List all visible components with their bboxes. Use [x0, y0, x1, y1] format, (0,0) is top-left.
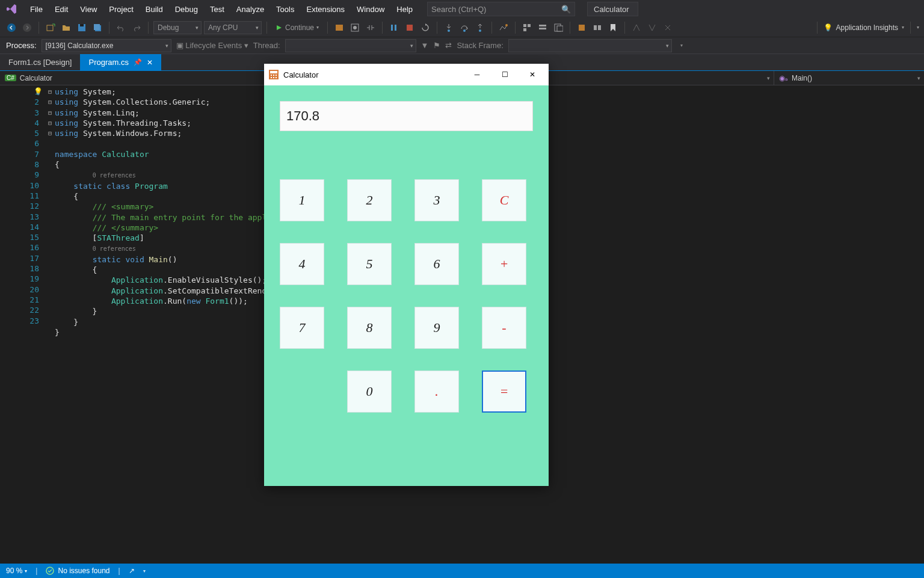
calc-key-equals[interactable]: = — [482, 370, 526, 413]
step-over-button[interactable] — [458, 21, 471, 34]
menu-build[interactable]: Build — [140, 2, 169, 16]
nav-back-button[interactable] — [5, 21, 18, 34]
issues-status[interactable]: No issues found — [58, 567, 109, 575]
step-out-button[interactable] — [473, 21, 487, 34]
restart-button[interactable] — [419, 21, 432, 34]
csharp-badge-icon: C# — [5, 75, 16, 81]
thread-label: Thread: — [253, 41, 280, 50]
flag-icon[interactable]: ⚑ — [433, 41, 440, 50]
stack-icon[interactable]: ⇄ — [445, 41, 452, 50]
calc-key-plus[interactable]: + — [482, 243, 526, 285]
svg-point-13 — [448, 29, 450, 32]
nav-member-combo[interactable]: ◉ₐ Main() — [774, 71, 924, 85]
calc-key-3[interactable]: 3 — [414, 179, 459, 221]
close-tab-icon[interactable]: ✕ — [147, 58, 153, 67]
diag-btn-5[interactable] — [575, 21, 588, 34]
svg-rect-19 — [523, 28, 526, 31]
menu-project[interactable]: Project — [103, 2, 139, 16]
diag-btn-2[interactable] — [520, 21, 534, 34]
svg-point-9 — [353, 26, 357, 29]
diag-btn-9[interactable] — [661, 21, 674, 34]
menu-window[interactable]: Window — [351, 2, 390, 16]
config-combo[interactable]: Debug — [153, 21, 202, 34]
diag-btn-6[interactable] — [591, 21, 604, 34]
svg-point-0 — [7, 23, 16, 32]
process-combo[interactable]: [9136] Calculator.exe — [42, 39, 171, 52]
svg-rect-25 — [594, 25, 597, 30]
app-insights-button[interactable]: Application Insights — [836, 23, 898, 32]
calc-key-1[interactable]: 1 — [280, 179, 324, 221]
diag-btn-8[interactable] — [645, 21, 659, 34]
new-project-button[interactable] — [44, 21, 57, 34]
process-label: Process: — [6, 41, 37, 50]
tab-form1-design[interactable]: Form1.cs [Design] — [0, 54, 80, 70]
pause-button[interactable] — [387, 21, 401, 34]
redo-button[interactable] — [130, 21, 143, 34]
calculator-title: Calculator — [283, 70, 319, 79]
maximize-button[interactable]: ☐ — [491, 66, 519, 84]
undo-button[interactable] — [114, 21, 128, 34]
lifecycle-button[interactable]: ▣ Lifecycle Events ▾ — [176, 41, 248, 50]
platform-combo[interactable]: Any CPU — [204, 21, 262, 34]
menu-help[interactable]: Help — [390, 2, 419, 16]
menu-file[interactable]: File — [24, 2, 49, 16]
solution-selector[interactable]: Calculator — [587, 2, 638, 16]
menu-extensions[interactable]: Extensions — [300, 2, 351, 16]
diag-btn-7[interactable] — [630, 21, 643, 34]
bookmark-button[interactable] — [606, 21, 620, 34]
calc-key-2[interactable]: 2 — [347, 179, 392, 221]
menu-analyze[interactable]: Analyze — [230, 2, 270, 16]
filter-icon[interactable]: ▼ — [421, 41, 429, 50]
calc-key-5[interactable]: 5 — [347, 243, 392, 285]
calc-key-6[interactable]: 6 — [414, 243, 459, 285]
debug-location-toolbar: Process: [9136] Calculator.exe ▣ Lifecyc… — [0, 37, 924, 54]
close-button[interactable]: ✕ — [519, 66, 546, 84]
calculator-app-window: Calculator ─ ☐ ✕ 170.8 123C456+789-0.= — [264, 64, 549, 486]
calc-key-8[interactable]: 8 — [347, 307, 392, 349]
menu-view[interactable]: View — [74, 2, 103, 16]
toolbar-btn-2[interactable] — [348, 21, 362, 34]
save-all-button[interactable] — [91, 21, 104, 34]
diag-btn-4[interactable] — [552, 21, 565, 34]
svg-rect-35 — [276, 77, 277, 78]
menu-tools[interactable]: Tools — [270, 2, 300, 16]
tab-program-cs[interactable]: Program.cs 📌 ✕ — [80, 54, 161, 70]
toolbar-btn-1[interactable] — [333, 21, 346, 34]
nav-fwd-button[interactable] — [20, 21, 34, 34]
diag-btn-1[interactable] — [497, 21, 510, 34]
stop-button[interactable] — [403, 21, 416, 34]
diag-btn-3[interactable] — [536, 21, 549, 34]
svg-rect-31 — [273, 75, 274, 76]
main-toolbar: Debug Any CPU Continue ▾ 💡 Application I… — [0, 18, 924, 37]
zoom-level[interactable]: 90 %▾ — [6, 567, 27, 575]
svg-rect-10 — [391, 25, 393, 31]
calc-key-0[interactable]: 0 — [347, 370, 392, 413]
quick-launch-search[interactable]: Search (Ctrl+Q) 🔍 — [427, 2, 575, 16]
minimize-button[interactable]: ─ — [463, 66, 491, 84]
toolbar-btn-3[interactable] — [364, 21, 377, 34]
menu-debug[interactable]: Debug — [169, 2, 204, 16]
lightbulb-icon[interactable]: 💡 — [34, 87, 43, 97]
pin-icon[interactable]: 📌 — [134, 58, 142, 66]
open-file-button[interactable] — [60, 21, 73, 34]
svg-rect-12 — [407, 25, 413, 31]
calc-key-7[interactable]: 7 — [280, 307, 324, 349]
calc-key-clear[interactable]: C — [482, 179, 526, 221]
svg-rect-4 — [80, 24, 84, 26]
arrow-icon[interactable]: ↗ — [129, 567, 135, 575]
calc-key-9[interactable]: 9 — [414, 307, 459, 349]
menu-test[interactable]: Test — [204, 2, 230, 16]
save-button[interactable] — [75, 21, 88, 34]
calc-key-minus[interactable]: - — [482, 307, 526, 349]
menu-edit[interactable]: Edit — [49, 2, 74, 16]
method-icon: ◉ₐ — [779, 74, 788, 82]
calc-key-dot[interactable]: . — [414, 370, 459, 413]
svg-point-15 — [479, 29, 481, 32]
continue-button[interactable]: Continue ▾ — [272, 23, 322, 32]
calculator-display[interactable]: 170.8 — [280, 101, 533, 131]
calculator-titlebar[interactable]: Calculator ─ ☐ ✕ — [264, 64, 549, 85]
step-into-button[interactable] — [442, 21, 455, 34]
thread-combo[interactable] — [285, 39, 416, 52]
stackframe-combo[interactable] — [508, 39, 672, 52]
calc-key-4[interactable]: 4 — [280, 243, 324, 285]
